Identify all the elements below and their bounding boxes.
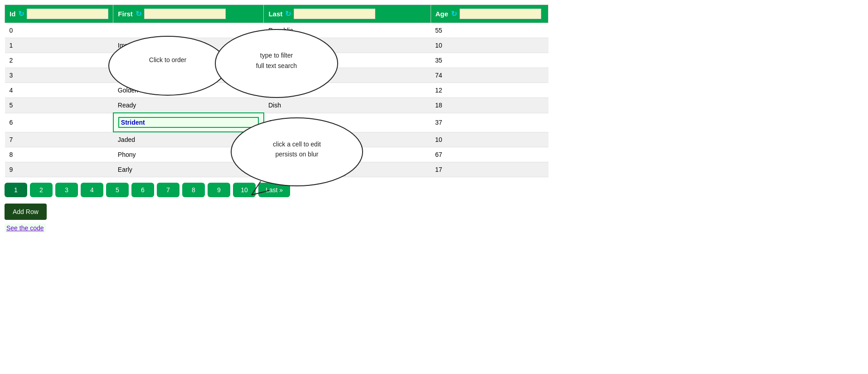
col-label-id: Id: [10, 10, 15, 18]
page-button[interactable]: 10: [233, 183, 256, 197]
data-table: Id ↻ First ↻ Last: [5, 5, 548, 177]
filter-input-last[interactable]: [294, 9, 375, 19]
page-button[interactable]: 8: [182, 183, 205, 197]
col-header-last: Last ↻: [264, 5, 431, 23]
cell-id[interactable]: 4: [5, 83, 113, 98]
page-button[interactable]: 4: [81, 183, 103, 197]
sort-icon-age[interactable]: ↻: [451, 10, 457, 18]
page-button[interactable]: 7: [157, 183, 179, 197]
cell-last[interactable]: Historian: [264, 132, 431, 147]
page-button[interactable]: 5: [106, 183, 129, 197]
cell-id[interactable]: 0: [5, 23, 113, 38]
cell-id[interactable]: 7: [5, 132, 113, 147]
add-row-button[interactable]: Add Row: [5, 204, 47, 220]
table-row: 0Republic55: [5, 23, 548, 38]
cell-first[interactable]: Impassioned: [113, 38, 264, 53]
page-button[interactable]: 1: [5, 183, 27, 197]
cell-age[interactable]: 37: [431, 113, 548, 132]
cell-id[interactable]: 5: [5, 98, 113, 113]
cell-last[interactable]: Tie: [264, 147, 431, 162]
filter-input-id[interactable]: [27, 9, 108, 19]
cell-age[interactable]: 67: [431, 147, 548, 162]
cell-first[interactable]: [113, 113, 264, 132]
cell-last[interactable]: Stomach: [264, 113, 431, 132]
cell-age[interactable]: 74: [431, 68, 548, 83]
sort-icon-first[interactable]: ↻: [136, 10, 141, 18]
table-row: 7JadedHistorian10: [5, 132, 548, 147]
cell-last[interactable]: Republic: [264, 23, 431, 38]
cell-age[interactable]: 10: [431, 132, 548, 147]
table-row: 4GoldenTitle12: [5, 83, 548, 98]
table-row: 5ReadyDish18: [5, 98, 548, 113]
page-button[interactable]: 3: [55, 183, 78, 197]
cell-last[interactable]: Lecture: [264, 162, 431, 177]
sort-icon-last[interactable]: ↻: [285, 10, 291, 18]
table-row: 8PhonyTie67: [5, 147, 548, 162]
page-button[interactable]: 2: [30, 183, 53, 197]
cell-age[interactable]: 12: [431, 83, 548, 98]
cell-age[interactable]: 18: [431, 98, 548, 113]
col-label-last: Last: [268, 10, 282, 18]
page-button[interactable]: 6: [131, 183, 154, 197]
table-header: Id ↻ First ↻ Last: [5, 5, 548, 23]
cell-last[interactable]: Dish: [264, 98, 431, 113]
page-button[interactable]: Last »: [258, 183, 290, 197]
col-header-age: Age ↻: [431, 5, 548, 23]
cell-first-input[interactable]: [118, 117, 259, 128]
table-body: 0Republic551ImpassionedStock102UtterPatt…: [5, 23, 548, 177]
col-label-first: First: [118, 10, 133, 18]
cell-id[interactable]: 8: [5, 147, 113, 162]
cell-id[interactable]: 3: [5, 68, 113, 83]
col-header-id: Id ↻: [5, 5, 113, 23]
filter-input-first[interactable]: [144, 9, 226, 19]
see-code-link[interactable]: See the code: [5, 223, 46, 233]
cell-first[interactable]: Golden: [113, 83, 264, 98]
cell-id[interactable]: 2: [5, 53, 113, 68]
cell-first[interactable]: Nonstop: [113, 68, 264, 83]
table-container: Id ↻ First ↻ Last: [5, 5, 548, 177]
cell-age[interactable]: 55: [431, 23, 548, 38]
cell-last[interactable]: Pattern: [264, 53, 431, 68]
app-container: Id ↻ First ↻ Last: [5, 5, 548, 233]
cell-last[interactable]: Stock: [264, 38, 431, 53]
cell-age[interactable]: 10: [431, 38, 548, 53]
col-label-age: Age: [436, 10, 448, 18]
pagination: 12345678910Last »: [5, 183, 548, 197]
cell-id[interactable]: 6: [5, 113, 113, 132]
filter-input-age[interactable]: [460, 9, 541, 19]
sort-icon-id[interactable]: ↻: [18, 10, 24, 18]
cell-first[interactable]: [113, 23, 264, 38]
cell-age[interactable]: 17: [431, 162, 548, 177]
page-button[interactable]: 9: [208, 183, 230, 197]
cell-first[interactable]: Early: [113, 162, 264, 177]
cell-first[interactable]: Phony: [113, 147, 264, 162]
col-header-first: First ↻: [113, 5, 264, 23]
cell-first[interactable]: Ready: [113, 98, 264, 113]
cell-last[interactable]: Title: [264, 83, 431, 98]
cell-age[interactable]: 35: [431, 53, 548, 68]
cell-last[interactable]: Balance: [264, 68, 431, 83]
cell-first[interactable]: Utter: [113, 53, 264, 68]
cell-id[interactable]: 9: [5, 162, 113, 177]
table-row: 3NonstopBalance74: [5, 68, 548, 83]
cell-first[interactable]: Jaded: [113, 132, 264, 147]
table-row: 6Stomach37: [5, 113, 548, 132]
table-row: 1ImpassionedStock10: [5, 38, 548, 53]
table-row: 2UtterPattern35: [5, 53, 548, 68]
cell-id[interactable]: 1: [5, 38, 113, 53]
table-row: 9EarlyLecture17: [5, 162, 548, 177]
